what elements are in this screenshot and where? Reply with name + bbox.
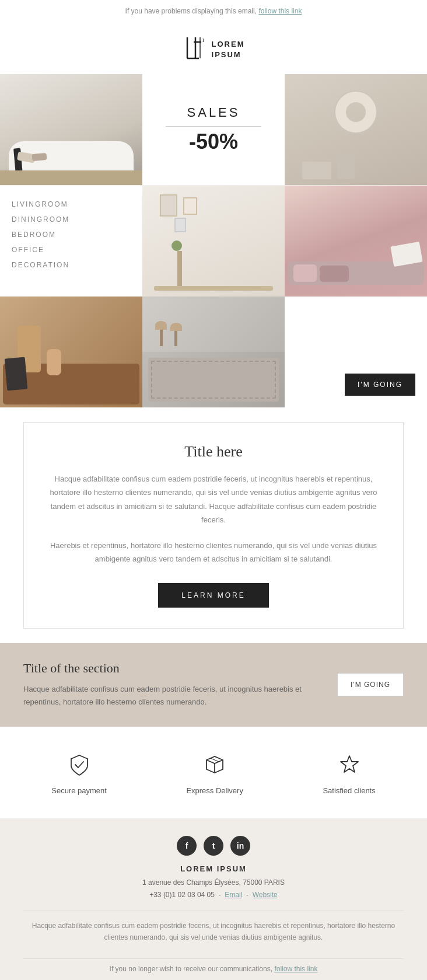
beige-section-body: Hacque adfabilitate confisus cum eadem p…	[23, 683, 320, 709]
email-wrapper: If you have problems displaying this ema…	[0, 0, 427, 980]
text-section: Title here Hacque adfabilitate confisus …	[23, 422, 404, 629]
hero-grid: SALES -50%	[0, 74, 427, 185]
product-image-workspace	[0, 297, 142, 407]
svg-text:1: 1	[202, 37, 204, 43]
social-icons: f t in	[23, 836, 404, 856]
bottom-center-column	[142, 297, 285, 407]
nav-item-diningroom[interactable]: DININGROOM	[12, 215, 131, 224]
footer-unsubscribe: If you no longer wish to receive our com…	[23, 958, 404, 973]
nav-item-bedroom[interactable]: BEDROOM	[12, 231, 131, 239]
product-image-desk	[142, 186, 285, 297]
top-bar-link[interactable]: follow this link	[258, 7, 302, 15]
footer-website-link[interactable]: Website	[253, 891, 278, 899]
text-section-body1: Hacque adfabilitate confisus cum eadem p…	[47, 472, 380, 527]
nav-item-livingroom[interactable]: LIVINGROOM	[12, 200, 131, 208]
top-bar-text: If you have problems displaying this ema…	[125, 7, 257, 15]
mid-grid: LIVINGROOM DININGROOM BEDROOM OFFICE DEC…	[0, 185, 427, 297]
secure-payment-label: Secure payment	[51, 786, 107, 795]
beige-section: Title of the section Hacque adfabilitate…	[0, 643, 427, 726]
sales-divider	[166, 126, 261, 127]
footer-brand: LOREM IPSUM	[23, 864, 404, 873]
beige-section-title: Title of the section	[23, 661, 320, 676]
bottom-right-column: I'M GOING	[285, 297, 427, 407]
product-image-pillow	[142, 352, 285, 407]
footer-address: 1 avenue des Champs Élysées, 75000 PARIS…	[23, 877, 404, 902]
instagram-icon[interactable]: in	[230, 836, 250, 856]
twitter-icon[interactable]: t	[204, 836, 223, 856]
shield-check-icon	[65, 750, 94, 779]
feature-satisfied-clients: Satisfied clients	[323, 750, 375, 795]
features-row: Secure payment Express Delivery Satisfie…	[0, 727, 427, 818]
text-section-title: Title here	[47, 443, 380, 461]
satisfied-clients-label: Satisfied clients	[323, 786, 375, 795]
facebook-icon[interactable]: f	[177, 836, 197, 856]
logo-container: 1 LOREM IPSUM	[183, 34, 245, 65]
logo-icon: 1	[183, 34, 207, 65]
nav-item-office[interactable]: OFFICE	[12, 246, 131, 254]
nav-column: LIVINGROOM DININGROOM BEDROOM OFFICE DEC…	[0, 186, 142, 297]
hero-image-left	[0, 74, 142, 185]
sales-percent: -50%	[189, 130, 238, 154]
footer-body-text: Hacque adfabilitate confisus cum eadem p…	[23, 911, 404, 953]
beige-content: Title of the section Hacque adfabilitate…	[23, 661, 337, 709]
product-image-bedroom	[285, 186, 427, 297]
footer-email-link[interactable]: Email	[225, 891, 242, 899]
product-image-deer	[142, 297, 285, 352]
learn-more-button[interactable]: LEARN MORE	[158, 583, 268, 608]
top-bar: If you have problems displaying this ema…	[0, 0, 427, 22]
im-going-button[interactable]: I'M GOING	[345, 374, 415, 396]
feature-express-delivery: Express Delivery	[186, 750, 243, 795]
star-icon	[335, 750, 364, 779]
bottom-grid: I'M GOING	[0, 297, 427, 407]
footer-unsubscribe-link[interactable]: follow this link	[274, 965, 317, 973]
footer: f t in LOREM IPSUM 1 avenue des Champs É…	[0, 818, 427, 980]
express-delivery-label: Express Delivery	[186, 786, 243, 795]
hero-image-right	[285, 74, 427, 185]
feature-secure-payment: Secure payment	[51, 750, 107, 795]
sales-label: SALES	[187, 105, 240, 120]
hero-center: SALES -50%	[142, 74, 285, 185]
text-section-body2: Haerebis et repentinus, hortatore illo h…	[47, 539, 380, 566]
beige-im-going-button[interactable]: I'M GOING	[337, 673, 404, 696]
logo-text: LOREM IPSUM	[212, 39, 245, 60]
box-icon	[200, 750, 229, 779]
logo-section: 1 LOREM IPSUM	[0, 22, 427, 74]
nav-item-decoration[interactable]: DECORATION	[12, 261, 131, 269]
